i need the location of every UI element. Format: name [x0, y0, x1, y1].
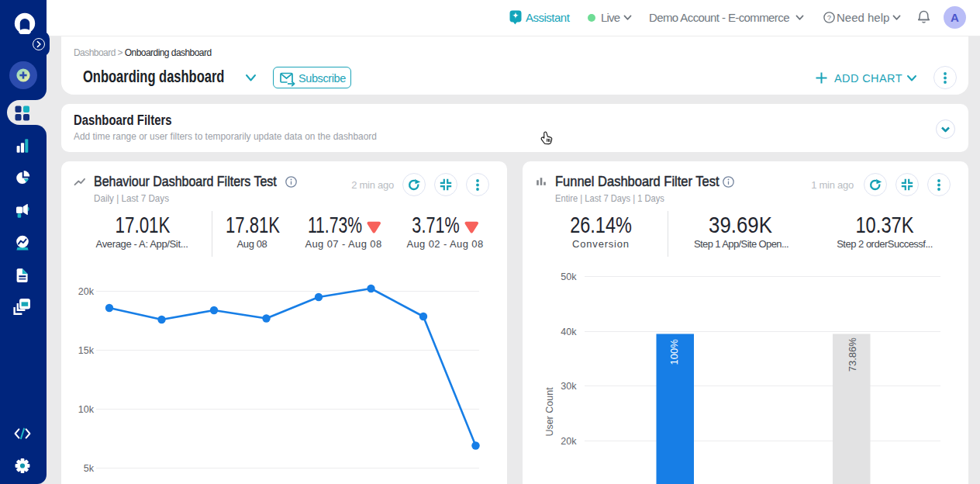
- svg-text:5k: 5k: [84, 463, 95, 474]
- svg-text:40k: 40k: [561, 327, 577, 337]
- svg-text:?: ?: [827, 13, 831, 22]
- svg-text:100%: 100%: [668, 339, 680, 365]
- svg-text:50k: 50k: [561, 271, 577, 282]
- svg-text:20k: 20k: [561, 436, 577, 447]
- svg-text:30k: 30k: [561, 381, 577, 392]
- svg-text:20k: 20k: [78, 286, 95, 297]
- svg-text:User Count: User Count: [544, 387, 555, 437]
- svg-text:73.86%: 73.86%: [847, 337, 858, 372]
- svg-text:10k: 10k: [78, 404, 95, 415]
- svg-text:15k: 15k: [78, 345, 95, 356]
